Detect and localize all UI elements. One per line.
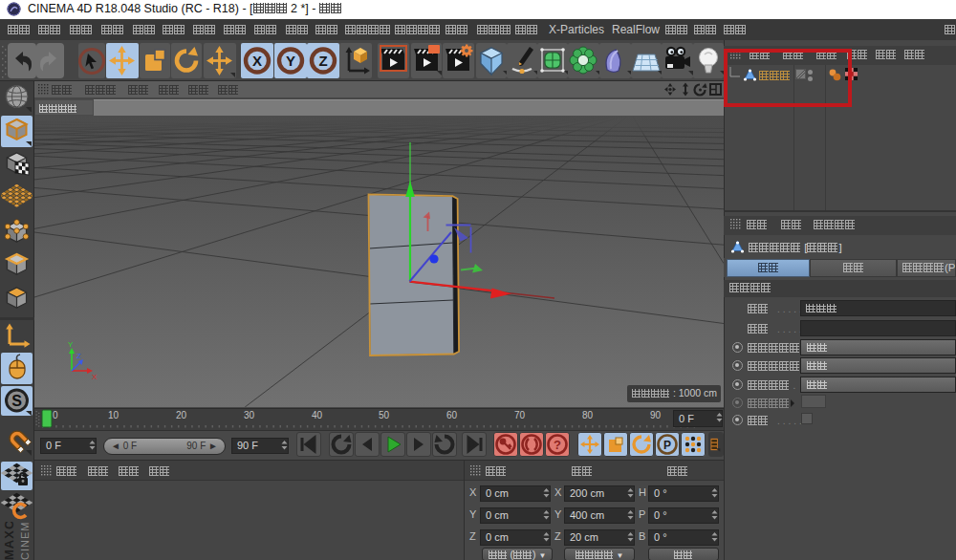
svg-text:MAXC: MAXC <box>2 522 16 560</box>
svg-text:S: S <box>11 393 22 409</box>
svg-text:Y: Y <box>68 340 74 349</box>
svg-text:X: X <box>92 373 98 381</box>
svg-text:CINEM: CINEM <box>19 522 31 560</box>
svg-text:X: X <box>252 53 262 69</box>
svg-text:Y: Y <box>286 53 295 69</box>
svg-text:Z: Z <box>318 53 327 69</box>
svg-text:P: P <box>663 439 671 452</box>
svg-text:Z: Z <box>76 352 81 360</box>
svg-text:?: ? <box>554 438 561 452</box>
